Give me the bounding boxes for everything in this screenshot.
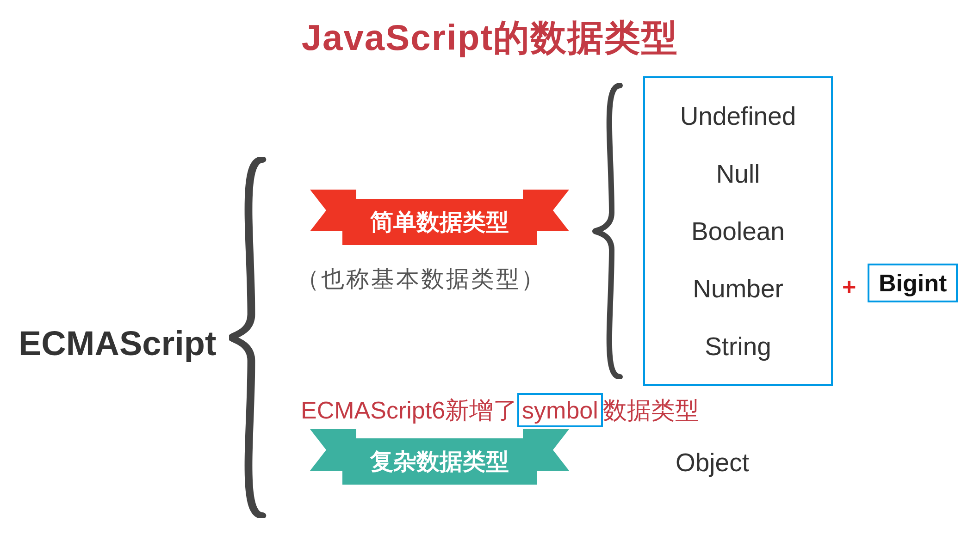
primitive-types-box: Undefined Null Boolean Number String — [643, 76, 833, 386]
plus-icon: + — [842, 273, 856, 301]
svg-marker-3 — [523, 429, 569, 471]
ribbon-tail-left-icon — [310, 190, 356, 231]
type-number: Number — [693, 274, 783, 303]
complex-type-label: 复杂数据类型 — [370, 446, 509, 477]
type-string: String — [705, 332, 771, 361]
type-undefined: Undefined — [680, 101, 796, 131]
complex-type-banner: 复杂数据类型 — [342, 438, 537, 485]
svg-marker-0 — [310, 190, 356, 231]
simple-type-banner: 简单数据类型 — [342, 199, 537, 245]
es6-note-prefix: ECMAScript6新增了 — [301, 397, 517, 424]
ribbon-tail-right-icon — [523, 429, 569, 471]
ribbon-tail-right-icon — [523, 190, 569, 231]
root-label: ECMAScript — [19, 324, 217, 363]
brace-icon — [592, 83, 639, 379]
type-null: Null — [716, 159, 760, 189]
simple-type-label: 简单数据类型 — [370, 207, 509, 238]
type-bigint: Bigint — [868, 264, 958, 302]
simple-type-subtitle: （也称基本数据类型） — [296, 264, 546, 295]
diagram-title: JavaScript的数据类型 — [0, 14, 980, 62]
svg-marker-2 — [310, 429, 356, 471]
ribbon-tail-left-icon — [310, 429, 356, 471]
type-symbol: symbol — [517, 393, 603, 427]
type-boolean: Boolean — [691, 216, 785, 246]
es6-note: ECMAScript6新增了symbol数据类型 — [301, 393, 699, 427]
type-object: Object — [676, 448, 749, 477]
brace-icon — [229, 157, 285, 518]
svg-marker-1 — [523, 190, 569, 231]
es6-note-suffix: 数据类型 — [603, 397, 699, 424]
